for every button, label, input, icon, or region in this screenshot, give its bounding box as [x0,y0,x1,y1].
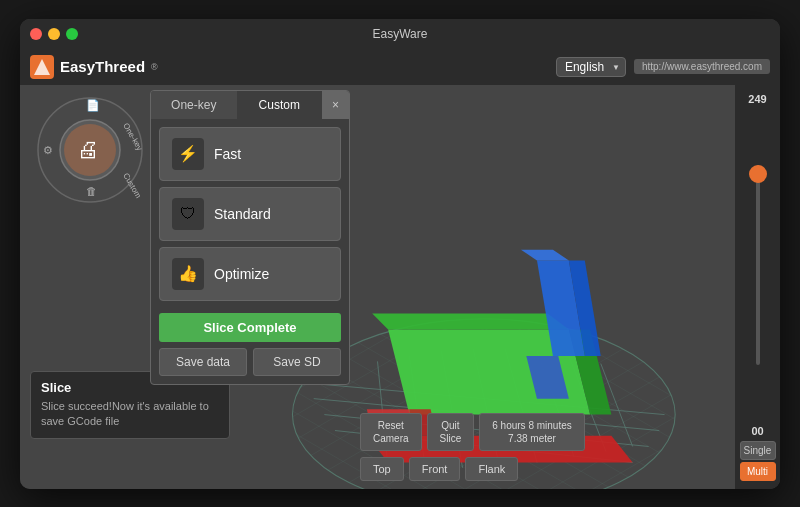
url-bar: http://www.easythreed.com [634,59,770,74]
option-fast[interactable]: ⚡ Fast [159,127,341,181]
circle-menu[interactable]: One-key Custom 📄 ⚙ 🗑 🖨 [35,95,145,205]
svg-text:📄: 📄 [86,98,100,112]
circle-menu-svg: One-key Custom 📄 ⚙ 🗑 🖨 [35,95,145,205]
standard-label: Standard [214,206,271,222]
layer-slider[interactable] [756,165,760,365]
maximize-button[interactable] [66,28,78,40]
svg-text:🗑: 🗑 [86,185,97,197]
save-sd-button[interactable]: Save SD [253,348,341,376]
flank-view-button[interactable]: Flank [465,457,518,481]
app-window: EasyWare EasyThreed® English 中文 http://w… [20,19,780,489]
mode-buttons: Single Multi [740,441,776,481]
language-select[interactable]: English 中文 [556,57,626,77]
traffic-lights [30,28,78,40]
optimize-label: Optimize [214,266,269,282]
svg-marker-0 [34,59,50,75]
info-text: Slice succeed!Now it's available to save… [41,399,219,430]
slider-value-bottom: 00 [751,425,763,437]
titlebar: EasyWare [20,19,780,49]
workspace: One-key Custom 📄 ⚙ 🗑 🖨 One-key C [20,85,780,489]
logo-sup: ® [151,62,158,72]
language-selector-wrapper[interactable]: English 中文 [556,57,626,77]
slice-tabs: One-key Custom × [151,91,349,119]
logo-text: EasyThreed [60,58,145,75]
single-mode-button[interactable]: Single [740,441,776,460]
view-buttons: Top Front Flank [360,457,518,481]
standard-icon: 🛡 [172,198,204,230]
minimize-button[interactable] [48,28,60,40]
slice-panel: One-key Custom × ⚡ Fast 🛡 Standard 👍 [150,90,350,385]
multi-mode-button[interactable]: Multi [740,462,776,481]
optimize-icon: 👍 [172,258,204,290]
fast-label: Fast [214,146,241,162]
reset-camera-button[interactable]: ResetCamera [360,413,422,451]
right-panel: 249 00 Single Multi [735,85,780,489]
top-right: English 中文 http://www.easythreed.com [556,57,770,77]
svg-text:⚙: ⚙ [43,144,53,156]
slider-wrapper[interactable] [743,109,773,421]
option-optimize[interactable]: 👍 Optimize [159,247,341,301]
3d-viewport[interactable]: One-key Custom 📄 ⚙ 🗑 🖨 One-key C [20,85,735,489]
slice-complete-button[interactable]: Slice Complete [159,313,341,342]
tab-onekey[interactable]: One-key [151,91,237,119]
option-standard[interactable]: 🛡 Standard [159,187,341,241]
quit-slice-button[interactable]: QuitSlice [427,413,475,451]
slider-value-top: 249 [748,93,766,105]
close-button[interactable] [30,28,42,40]
save-data-button[interactable]: Save data [159,348,247,376]
top-view-button[interactable]: Top [360,457,404,481]
tab-custom[interactable]: Custom [237,91,323,119]
svg-marker-19 [521,249,569,260]
brand-icon [32,57,52,77]
action-buttons: ResetCamera QuitSlice 6 hours 8 minutes7… [360,413,585,451]
top-bar: EasyThreed® English 中文 http://www.easyth… [20,49,780,85]
slice-options: ⚡ Fast 🛡 Standard 👍 Optimize [151,119,349,309]
logo-icon [30,55,54,79]
window-title: EasyWare [373,27,428,41]
svg-marker-16 [372,313,569,329]
time-info-button: 6 hours 8 minutes7.38 meter [479,413,585,451]
front-view-button[interactable]: Front [409,457,461,481]
slice-actions: Save data Save SD [151,348,349,384]
fast-icon: ⚡ [172,138,204,170]
tab-close[interactable]: × [322,91,349,119]
svg-text:🖨: 🖨 [77,137,99,162]
logo-area: EasyThreed® [30,55,158,79]
